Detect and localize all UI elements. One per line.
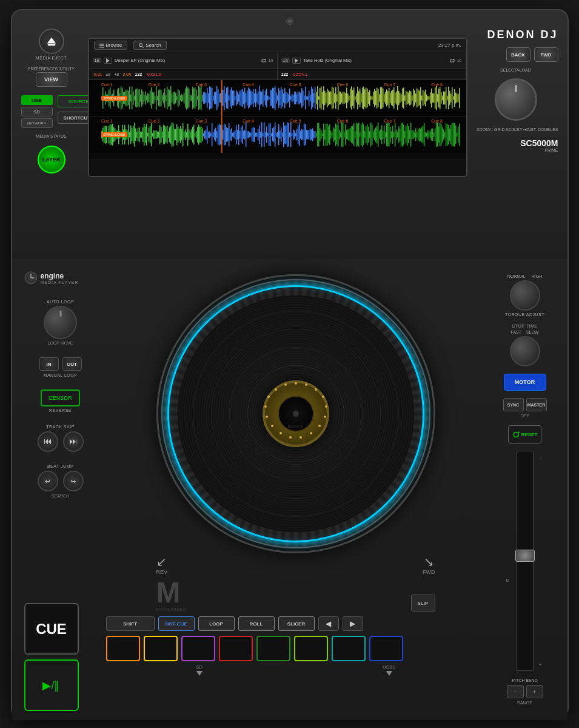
master-button[interactable]: MASTER <box>526 398 547 411</box>
slip-button[interactable]: SLIP <box>411 595 435 612</box>
normal-label: NORMAL <box>507 274 526 278</box>
view-button[interactable]: VIEW <box>36 72 67 87</box>
stop-time-section: STOP TIME FAST SLOW <box>495 324 555 366</box>
top-section: MEDIA EJECT PREFERENCES /UTILITY VIEW US… <box>12 10 567 259</box>
waveform-area: A SYNC•LOAD B SYNC•LOAD <box>89 80 466 159</box>
pad-1[interactable] <box>106 636 140 661</box>
track1-bpm: 122 <box>135 72 142 76</box>
slicer-button[interactable]: SLICER <box>278 616 315 631</box>
auto-loop-knob[interactable] <box>44 306 77 339</box>
forward-button[interactable]: FWD <box>534 47 558 62</box>
preferences-section: PREFERENCES /UTILITY VIEW <box>21 67 82 87</box>
svg-point-13 <box>295 382 297 385</box>
waveform-b-canvas <box>89 116 466 153</box>
main-screen: Browse Search 23:27 p.m. 1B <box>88 38 467 177</box>
model-sub-label: PRIME <box>520 148 558 152</box>
power-indicator <box>286 18 293 25</box>
pitch-section: - 0 + <box>495 451 555 671</box>
stop-time-knob[interactable] <box>510 336 540 366</box>
pad-2[interactable] <box>144 636 178 661</box>
pad-8[interactable] <box>369 636 403 661</box>
skip-row: ⏮ ⏭ <box>38 431 84 452</box>
pad-7[interactable] <box>332 636 366 661</box>
denon-dj-hub-label: DENON DJ <box>288 425 304 428</box>
back-button[interactable]: BACK <box>506 47 530 62</box>
preferences-label: PREFERENCES /UTILITY <box>28 67 75 71</box>
select-load-label: SELECT/•LOAD <box>500 68 531 72</box>
svg-point-17 <box>325 405 327 408</box>
pad-4[interactable] <box>219 636 253 661</box>
sync-load-a[interactable]: SYNC•LOAD <box>101 96 128 101</box>
function-row: SHIFT HOT CUE LOOP ROLL SLICER ◀ ▶ <box>106 616 486 631</box>
motor-button[interactable]: MOTOR <box>504 374 546 391</box>
svg-marker-30 <box>196 671 202 676</box>
layer-button[interactable]: LAYER <box>38 146 65 174</box>
rev-label: REV <box>156 569 168 575</box>
jump-fwd-button[interactable]: ↪ <box>63 471 84 491</box>
track1-stats: -0.81 ±8 +8 3.0A 122 -00:31.6 <box>89 69 278 79</box>
track1-name: Deeper EP (Original Mix) <box>115 58 165 63</box>
media-eject-label: MEDIA EJECT <box>36 56 67 60</box>
pad-5[interactable] <box>256 636 290 661</box>
torque-knob[interactable] <box>510 280 540 311</box>
rev-arrow: ↙ <box>156 554 167 569</box>
jump-back-button[interactable]: ↩ <box>38 471 58 491</box>
select-load-knob[interactable] <box>495 78 537 121</box>
pad-6[interactable] <box>294 636 328 661</box>
usb-pill[interactable]: USB <box>21 95 53 105</box>
left-arrow-button[interactable]: ◀ <box>318 616 339 631</box>
bend-minus-button[interactable]: − <box>507 685 524 698</box>
sync-button[interactable]: SYNC <box>503 398 524 411</box>
sd-arrow-icon <box>196 671 202 676</box>
svg-point-19 <box>318 425 321 427</box>
media-eject-button[interactable] <box>39 29 64 54</box>
shift-button[interactable]: SHIFT <box>106 616 155 631</box>
bend-plus-button[interactable]: + <box>526 685 543 698</box>
svg-rect-1 <box>47 44 55 46</box>
track2-icon <box>292 58 301 64</box>
torque-adjust-label: TORQUE ADJUST <box>505 312 544 317</box>
pitch-fader-container: - 0 + <box>517 451 534 671</box>
sync-load-b[interactable]: SYNC•LOAD <box>101 132 128 137</box>
loop-button[interactable]: LOOP <box>198 616 235 631</box>
roll-button[interactable]: ROLL <box>238 616 275 631</box>
model-label: SC5000M <box>520 138 558 148</box>
network-pill[interactable]: NETWORK <box>21 118 53 128</box>
skip-back-button[interactable]: ⏮ <box>38 431 58 452</box>
in-button[interactable]: IN <box>39 357 59 371</box>
pitch-plus-label: - <box>540 454 542 460</box>
cue-button[interactable]: CUE <box>24 603 79 655</box>
platter-container: DENON DJ <box>156 274 435 553</box>
vinyl-area[interactable]: DENON DJ <box>178 295 414 532</box>
center-hub: DENON DJ <box>263 380 329 447</box>
source-buttons-row: USB SD NETWORK SOURCE SHORTCUTS <box>21 95 82 128</box>
right-arrow-button[interactable]: ▶ <box>343 616 363 631</box>
track1-loop: 16 <box>269 58 273 62</box>
hub-inner: DENON DJ <box>278 396 314 432</box>
sd-pill[interactable]: SD <box>21 107 53 116</box>
waveform-b: B SYNC•LOAD <box>89 116 466 153</box>
track2-number: 1A <box>281 58 290 63</box>
svg-point-18 <box>324 416 326 418</box>
track1-number: 1B <box>93 58 102 63</box>
fwd-label: FWD <box>423 569 435 575</box>
search-button[interactable]: Search <box>133 41 166 50</box>
engine-logo: engine MEDIA PLAYER <box>24 268 97 288</box>
track2-name: Take Hold (Original Mix) <box>303 58 352 63</box>
screen-top-bar: Browse Search 23:27 p.m. <box>89 39 466 52</box>
reset-button[interactable]: RESET <box>508 425 541 443</box>
right-controls: DENON DJ BACK FWD SELECT/•LOAD ZOOM/= GR… <box>474 25 558 152</box>
hot-cue-button[interactable]: HOT CUE <box>158 616 195 631</box>
pitch-bend-label: PITCH BEND <box>512 678 537 682</box>
censor-button[interactable]: CENSOR <box>41 389 80 406</box>
pitch-handle[interactable] <box>515 550 535 562</box>
play-pause-button[interactable]: ▶/‖ <box>24 659 79 711</box>
censor-section: CENSOR REVERSE <box>24 389 97 413</box>
pad-3[interactable] <box>181 636 215 661</box>
hub-center-dot <box>293 411 299 417</box>
out-button[interactable]: OUT <box>62 357 82 371</box>
skip-fwd-button[interactable]: ⏭ <box>63 431 84 452</box>
browse-button[interactable]: Browse <box>94 41 128 50</box>
usb-connector-section: USB1 <box>383 664 395 676</box>
bottom-section: engine MEDIA PLAYER AUTO LOOP LOOP MOVE … <box>12 259 567 720</box>
